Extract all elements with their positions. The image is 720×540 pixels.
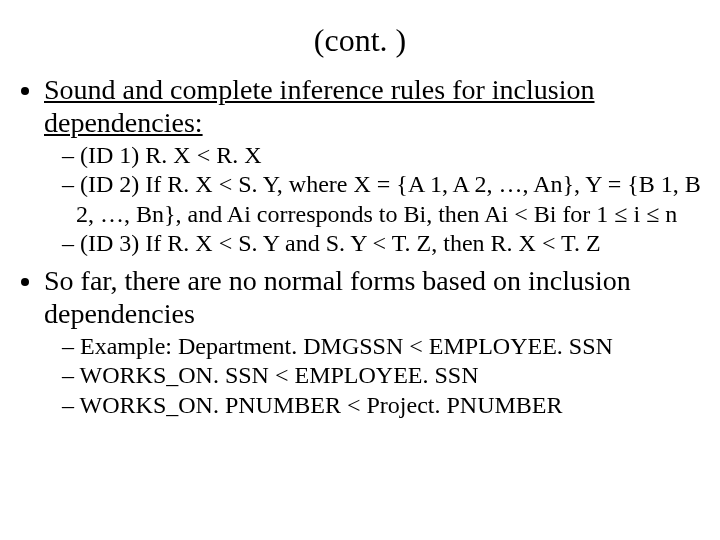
- bullet-text: Sound and complete inference rules for i…: [44, 74, 595, 138]
- slide-title: (cont. ): [18, 22, 702, 59]
- sub-item: (ID 2) If R. X < S. Y, where X = {A 1, A…: [62, 170, 702, 229]
- sub-item: WORKS_ON. SSN < EMPLOYEE. SSN: [62, 361, 702, 390]
- sub-item: (ID 1) R. X < R. X: [62, 141, 702, 170]
- bullet-item: So far, there are no normal forms based …: [44, 264, 702, 420]
- sub-item: Example: Department. DMGSSN < EMPLOYEE. …: [62, 332, 702, 361]
- sub-item: (ID 3) If R. X < S. Y and S. Y < T. Z, t…: [62, 229, 702, 258]
- sub-list: (ID 1) R. X < R. X (ID 2) If R. X < S. Y…: [44, 141, 702, 258]
- slide: (cont. ) Sound and complete inference ru…: [0, 0, 720, 540]
- bullet-list: Sound and complete inference rules for i…: [18, 73, 702, 420]
- sub-list: Example: Department. DMGSSN < EMPLOYEE. …: [44, 332, 702, 420]
- sub-item: WORKS_ON. PNUMBER < Project. PNUMBER: [62, 391, 702, 420]
- bullet-item: Sound and complete inference rules for i…: [44, 73, 702, 258]
- bullet-text: So far, there are no normal forms based …: [44, 265, 631, 329]
